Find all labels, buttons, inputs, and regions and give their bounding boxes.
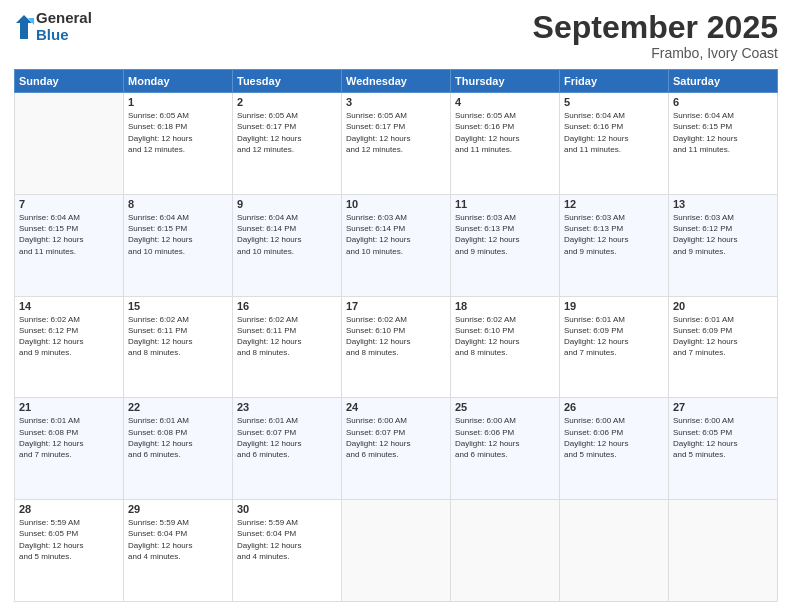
day-info: Sunrise: 6:04 AM Sunset: 6:16 PM Dayligh… <box>564 110 664 155</box>
day-info: Sunrise: 6:00 AM Sunset: 6:06 PM Dayligh… <box>455 415 555 460</box>
day-info: Sunrise: 6:01 AM Sunset: 6:09 PM Dayligh… <box>564 314 664 359</box>
title-area: September 2025 Frambo, Ivory Coast <box>533 10 778 61</box>
table-row: 30Sunrise: 5:59 AM Sunset: 6:04 PM Dayli… <box>233 500 342 602</box>
table-row: 2Sunrise: 6:05 AM Sunset: 6:17 PM Daylig… <box>233 93 342 195</box>
day-info: Sunrise: 6:05 AM Sunset: 6:17 PM Dayligh… <box>237 110 337 155</box>
table-row: 12Sunrise: 6:03 AM Sunset: 6:13 PM Dayli… <box>560 194 669 296</box>
day-info: Sunrise: 6:04 AM Sunset: 6:15 PM Dayligh… <box>128 212 228 257</box>
table-row <box>451 500 560 602</box>
day-number: 11 <box>455 198 555 210</box>
calendar-table: Sunday Monday Tuesday Wednesday Thursday… <box>14 69 778 602</box>
table-row <box>342 500 451 602</box>
header-tuesday: Tuesday <box>233 70 342 93</box>
day-info: Sunrise: 6:01 AM Sunset: 6:08 PM Dayligh… <box>19 415 119 460</box>
table-row: 13Sunrise: 6:03 AM Sunset: 6:12 PM Dayli… <box>669 194 778 296</box>
table-row: 1Sunrise: 6:05 AM Sunset: 6:18 PM Daylig… <box>124 93 233 195</box>
day-info: Sunrise: 6:05 AM Sunset: 6:17 PM Dayligh… <box>346 110 446 155</box>
day-info: Sunrise: 6:02 AM Sunset: 6:10 PM Dayligh… <box>455 314 555 359</box>
day-info: Sunrise: 6:02 AM Sunset: 6:11 PM Dayligh… <box>237 314 337 359</box>
table-row: 24Sunrise: 6:00 AM Sunset: 6:07 PM Dayli… <box>342 398 451 500</box>
table-row: 19Sunrise: 6:01 AM Sunset: 6:09 PM Dayli… <box>560 296 669 398</box>
header-sunday: Sunday <box>15 70 124 93</box>
logo: General Blue <box>14 10 92 43</box>
header-monday: Monday <box>124 70 233 93</box>
day-number: 28 <box>19 503 119 515</box>
day-number: 9 <box>237 198 337 210</box>
logo-blue: Blue <box>36 27 92 44</box>
day-number: 5 <box>564 96 664 108</box>
day-info: Sunrise: 6:01 AM Sunset: 6:09 PM Dayligh… <box>673 314 773 359</box>
subtitle: Frambo, Ivory Coast <box>533 45 778 61</box>
logo-text: General Blue <box>36 10 92 43</box>
day-number: 4 <box>455 96 555 108</box>
day-number: 23 <box>237 401 337 413</box>
header-thursday: Thursday <box>451 70 560 93</box>
table-row: 20Sunrise: 6:01 AM Sunset: 6:09 PM Dayli… <box>669 296 778 398</box>
table-row: 21Sunrise: 6:01 AM Sunset: 6:08 PM Dayli… <box>15 398 124 500</box>
table-row: 7Sunrise: 6:04 AM Sunset: 6:15 PM Daylig… <box>15 194 124 296</box>
table-row: 4Sunrise: 6:05 AM Sunset: 6:16 PM Daylig… <box>451 93 560 195</box>
day-number: 21 <box>19 401 119 413</box>
day-info: Sunrise: 6:03 AM Sunset: 6:13 PM Dayligh… <box>455 212 555 257</box>
table-row: 29Sunrise: 5:59 AM Sunset: 6:04 PM Dayli… <box>124 500 233 602</box>
logo-icon <box>14 13 34 41</box>
table-row: 27Sunrise: 6:00 AM Sunset: 6:05 PM Dayli… <box>669 398 778 500</box>
weekday-header-row: Sunday Monday Tuesday Wednesday Thursday… <box>15 70 778 93</box>
table-row <box>15 93 124 195</box>
day-info: Sunrise: 6:00 AM Sunset: 6:07 PM Dayligh… <box>346 415 446 460</box>
table-row: 16Sunrise: 6:02 AM Sunset: 6:11 PM Dayli… <box>233 296 342 398</box>
day-number: 1 <box>128 96 228 108</box>
day-info: Sunrise: 5:59 AM Sunset: 6:05 PM Dayligh… <box>19 517 119 562</box>
day-number: 17 <box>346 300 446 312</box>
day-info: Sunrise: 6:01 AM Sunset: 6:07 PM Dayligh… <box>237 415 337 460</box>
table-row: 26Sunrise: 6:00 AM Sunset: 6:06 PM Dayli… <box>560 398 669 500</box>
table-row: 9Sunrise: 6:04 AM Sunset: 6:14 PM Daylig… <box>233 194 342 296</box>
day-number: 22 <box>128 401 228 413</box>
calendar-week-row: 1Sunrise: 6:05 AM Sunset: 6:18 PM Daylig… <box>15 93 778 195</box>
day-info: Sunrise: 5:59 AM Sunset: 6:04 PM Dayligh… <box>128 517 228 562</box>
day-info: Sunrise: 5:59 AM Sunset: 6:04 PM Dayligh… <box>237 517 337 562</box>
table-row: 14Sunrise: 6:02 AM Sunset: 6:12 PM Dayli… <box>15 296 124 398</box>
header: General Blue September 2025 Frambo, Ivor… <box>14 10 778 61</box>
day-number: 25 <box>455 401 555 413</box>
day-number: 19 <box>564 300 664 312</box>
table-row <box>669 500 778 602</box>
day-number: 15 <box>128 300 228 312</box>
header-friday: Friday <box>560 70 669 93</box>
table-row: 28Sunrise: 5:59 AM Sunset: 6:05 PM Dayli… <box>15 500 124 602</box>
day-number: 12 <box>564 198 664 210</box>
day-info: Sunrise: 6:04 AM Sunset: 6:15 PM Dayligh… <box>673 110 773 155</box>
table-row <box>560 500 669 602</box>
day-number: 3 <box>346 96 446 108</box>
day-number: 27 <box>673 401 773 413</box>
day-number: 7 <box>19 198 119 210</box>
table-row: 5Sunrise: 6:04 AM Sunset: 6:16 PM Daylig… <box>560 93 669 195</box>
day-info: Sunrise: 6:00 AM Sunset: 6:05 PM Dayligh… <box>673 415 773 460</box>
day-number: 18 <box>455 300 555 312</box>
table-row: 15Sunrise: 6:02 AM Sunset: 6:11 PM Dayli… <box>124 296 233 398</box>
calendar-week-row: 14Sunrise: 6:02 AM Sunset: 6:12 PM Dayli… <box>15 296 778 398</box>
table-row: 18Sunrise: 6:02 AM Sunset: 6:10 PM Dayli… <box>451 296 560 398</box>
day-info: Sunrise: 6:05 AM Sunset: 6:18 PM Dayligh… <box>128 110 228 155</box>
day-number: 14 <box>19 300 119 312</box>
day-number: 30 <box>237 503 337 515</box>
header-saturday: Saturday <box>669 70 778 93</box>
month-title: September 2025 <box>533 10 778 45</box>
day-info: Sunrise: 6:03 AM Sunset: 6:14 PM Dayligh… <box>346 212 446 257</box>
day-number: 26 <box>564 401 664 413</box>
day-number: 20 <box>673 300 773 312</box>
calendar-week-row: 7Sunrise: 6:04 AM Sunset: 6:15 PM Daylig… <box>15 194 778 296</box>
day-info: Sunrise: 6:04 AM Sunset: 6:14 PM Dayligh… <box>237 212 337 257</box>
table-row: 17Sunrise: 6:02 AM Sunset: 6:10 PM Dayli… <box>342 296 451 398</box>
day-info: Sunrise: 6:04 AM Sunset: 6:15 PM Dayligh… <box>19 212 119 257</box>
day-info: Sunrise: 6:03 AM Sunset: 6:13 PM Dayligh… <box>564 212 664 257</box>
day-info: Sunrise: 6:03 AM Sunset: 6:12 PM Dayligh… <box>673 212 773 257</box>
day-number: 24 <box>346 401 446 413</box>
page: General Blue September 2025 Frambo, Ivor… <box>0 0 792 612</box>
day-number: 2 <box>237 96 337 108</box>
day-info: Sunrise: 6:02 AM Sunset: 6:10 PM Dayligh… <box>346 314 446 359</box>
day-number: 6 <box>673 96 773 108</box>
day-info: Sunrise: 6:02 AM Sunset: 6:11 PM Dayligh… <box>128 314 228 359</box>
day-info: Sunrise: 6:01 AM Sunset: 6:08 PM Dayligh… <box>128 415 228 460</box>
day-info: Sunrise: 6:05 AM Sunset: 6:16 PM Dayligh… <box>455 110 555 155</box>
